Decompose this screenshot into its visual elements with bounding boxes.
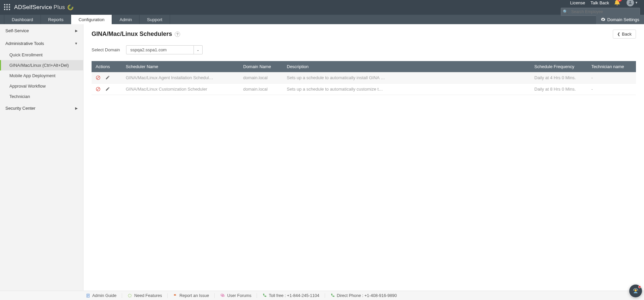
sidebar-item-gina[interactable]: GINA/Mac/Linux (Ctrl+Alt+Del) xyxy=(0,60,83,70)
tab-support[interactable]: Support xyxy=(140,15,170,24)
dropdown-toggle-icon[interactable]: ⌄ xyxy=(194,46,202,54)
th-domain: Domain Name xyxy=(239,61,283,72)
page-title: GINA/Mac/Linux Schedulers ? xyxy=(92,31,180,38)
chevron-right-icon: ▶ xyxy=(75,106,78,110)
license-link[interactable]: License xyxy=(570,0,585,5)
document-icon xyxy=(86,293,90,298)
sidebar-item-technician[interactable]: Technician xyxy=(0,91,83,102)
th-scheduler: Scheduler Name xyxy=(122,61,239,72)
sidebar-group-admin-tools[interactable]: Administrative Tools ▼ xyxy=(0,37,83,50)
sidebar-group-self-service[interactable]: Self-Service ▶ xyxy=(0,24,83,37)
cell-description: Sets up a schedule to automatically inst… xyxy=(283,72,530,84)
topbar: ADSelfService Plus License Talk Back 2 ▼… xyxy=(0,0,644,15)
cell-technician: - xyxy=(587,72,636,84)
footer-report-issue-label: Report an Issue xyxy=(179,293,209,298)
phone-icon xyxy=(330,293,335,298)
domain-select-value: sspqa2.sspa1.com xyxy=(126,46,194,54)
user-icon xyxy=(628,0,633,5)
table-row: GINA/Mac/Linux Agent Installation Schedu… xyxy=(92,72,636,84)
svg-rect-1 xyxy=(6,4,8,5)
nav-tabs: Dashboard Reports Configuration Admin Su… xyxy=(0,15,644,24)
footer-toll-free[interactable]: Toll free : +1-844-245-1104 xyxy=(257,293,325,298)
notifications-button[interactable]: 2 xyxy=(614,0,620,6)
svg-line-11 xyxy=(97,77,100,79)
sidebar-group-security-center[interactable]: Security Center ▶ xyxy=(0,102,83,114)
tab-reports[interactable]: Reports xyxy=(41,15,71,24)
svg-point-20 xyxy=(635,289,637,292)
phone-icon xyxy=(262,293,267,298)
svg-rect-4 xyxy=(6,6,8,8)
back-label: Back xyxy=(622,32,632,37)
help-icon[interactable]: ? xyxy=(175,32,180,37)
cell-scheduler: GINA/Mac/Linux Customization Scheduler xyxy=(122,84,239,95)
svg-rect-0 xyxy=(4,4,5,5)
sidebar-item-quick-enrollment[interactable]: Quick Enrollment xyxy=(0,50,83,60)
footer-need-features[interactable]: Need Features xyxy=(122,293,168,298)
th-frequency: Schedule Frequency xyxy=(530,61,587,72)
top-links: License Talk Back 2 ▼ xyxy=(570,0,638,6)
flag-icon xyxy=(173,293,177,298)
th-actions: Actions xyxy=(92,61,122,72)
sidebar-security-center-label: Security Center xyxy=(5,106,36,111)
cell-description: Sets up a schedule to automatically cust… xyxy=(283,84,530,95)
content-area: GINA/Mac/Linux Schedulers ? ❮ Back Selec… xyxy=(84,24,644,291)
cell-frequency: Daily at 4 Hrs 0 Mins. xyxy=(530,72,587,84)
svg-rect-5 xyxy=(9,6,10,8)
app-launcher-icon[interactable] xyxy=(4,4,10,11)
logo-swirl-icon xyxy=(67,4,74,11)
sidebar-admin-tools-label: Administrative Tools xyxy=(5,41,44,46)
svg-rect-8 xyxy=(9,9,10,10)
product-logo: ADSelfService Plus xyxy=(14,4,74,11)
edit-icon[interactable] xyxy=(105,87,110,92)
gear-icon xyxy=(601,17,605,22)
svg-rect-6 xyxy=(4,9,5,10)
domain-select[interactable]: sspqa2.sspa1.com ⌄ xyxy=(126,45,203,54)
footer-user-forums[interactable]: User Forums xyxy=(215,293,257,298)
search-input[interactable] xyxy=(569,8,640,15)
table-row: GINA/Mac/Linux Customization Scheduler d… xyxy=(92,84,636,95)
disable-icon[interactable] xyxy=(96,87,101,92)
footer-report-issue[interactable]: Report an Issue xyxy=(168,293,215,298)
select-domain-label: Select Domain xyxy=(92,47,120,52)
sparkle-icon xyxy=(127,293,132,298)
edit-icon[interactable] xyxy=(105,75,110,80)
sidebar-item-mobile-app[interactable]: Mobile App Deployment xyxy=(0,70,83,81)
forum-icon xyxy=(220,293,225,298)
footer-direct-phone[interactable]: Direct Phone : +1-408-916-9890 xyxy=(325,293,402,298)
cell-domain: domain.local xyxy=(239,72,283,84)
product-name: ADSelfService xyxy=(14,4,52,11)
user-menu[interactable]: ▼ xyxy=(627,0,638,6)
tab-configuration[interactable]: Configuration xyxy=(71,15,112,24)
cell-technician: - xyxy=(587,84,636,95)
footer-admin-guide[interactable]: Admin Guide xyxy=(80,293,122,298)
back-button[interactable]: ❮ Back xyxy=(613,30,636,39)
sidebar: Self-Service ▶ Administrative Tools ▼ Qu… xyxy=(0,24,84,291)
talkback-link[interactable]: Talk Back xyxy=(590,0,609,5)
chevron-down-icon: ▼ xyxy=(74,42,78,45)
cell-scheduler: GINA/Mac/Linux Agent Installation Schedu… xyxy=(122,72,239,84)
cell-domain: domain.local xyxy=(239,84,283,95)
footer: Admin Guide Need Features Report an Issu… xyxy=(0,291,644,300)
tab-admin[interactable]: Admin xyxy=(112,15,140,24)
chat-alert-dot xyxy=(638,286,641,288)
footer-toll-free-label: Toll free : +1-844-245-1104 xyxy=(269,293,319,298)
scheduler-table: Actions Scheduler Name Domain Name Descr… xyxy=(92,61,636,95)
chevron-left-icon: ❮ xyxy=(617,32,620,36)
sidebar-self-service-label: Self-Service xyxy=(5,28,29,33)
support-agent-icon xyxy=(632,288,639,294)
page-title-text: GINA/Mac/Linux Schedulers xyxy=(92,31,172,38)
product-suffix: Plus xyxy=(54,4,65,11)
chat-bubble[interactable] xyxy=(629,285,642,297)
svg-rect-2 xyxy=(9,4,10,5)
domain-settings-button[interactable]: Domain Settings xyxy=(596,15,644,24)
tab-dashboard[interactable]: Dashboard xyxy=(4,15,41,24)
domain-settings-label: Domain Settings xyxy=(607,17,639,22)
svg-rect-7 xyxy=(6,9,8,10)
th-technician: Technician name xyxy=(587,61,636,72)
footer-user-forums-label: User Forums xyxy=(227,293,251,298)
search-icon: 🔍 xyxy=(561,9,569,14)
disable-icon[interactable] xyxy=(96,75,101,80)
sidebar-item-approval-workflow[interactable]: Approval Workflow xyxy=(0,81,83,91)
footer-direct-phone-label: Direct Phone : +1-408-916-9890 xyxy=(337,293,397,298)
th-description: Description xyxy=(283,61,530,72)
